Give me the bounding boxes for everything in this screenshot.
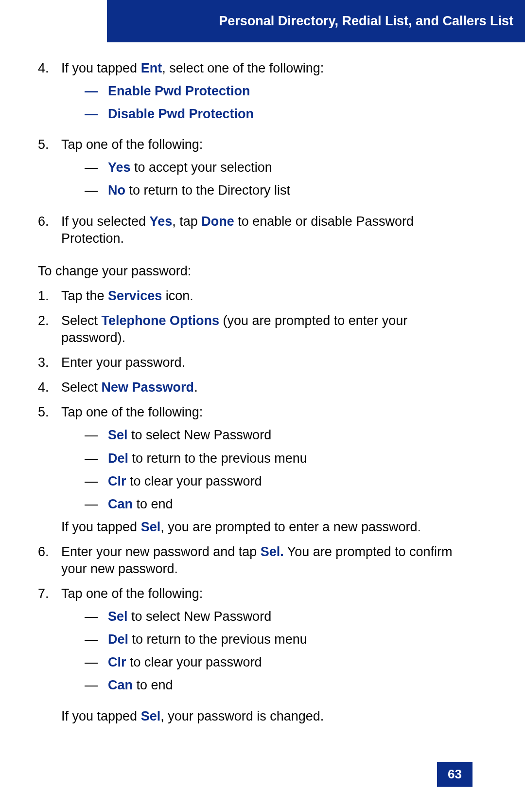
text: If you tapped: [61, 709, 141, 723]
key-yes: Yes: [108, 160, 131, 175]
step-3: 3. Enter your password.: [38, 354, 472, 371]
option-del: —Del to return to the previous menu: [85, 450, 472, 467]
dash-icon: —: [85, 496, 108, 513]
text: to end: [133, 497, 173, 511]
text: icon.: [162, 289, 193, 303]
option-clr: —Clr to clear your password: [85, 654, 472, 671]
section-header: Personal Directory, Redial List, and Cal…: [107, 0, 525, 42]
text: If you tapped: [61, 61, 141, 75]
key-sel: Sel: [108, 428, 128, 442]
text: to accept your selection: [131, 160, 272, 175]
step-5b: 5. Tap one of the following: —Sel to sel…: [38, 404, 472, 536]
sub-options: —Sel to select New Password —Del to retu…: [85, 608, 472, 694]
key-new-password: New Password: [102, 380, 194, 395]
dash-icon: —: [85, 450, 108, 467]
key-can: Can: [108, 678, 133, 692]
dash-icon: —: [85, 473, 108, 490]
step-number: 3.: [38, 354, 61, 371]
step-6: 6. If you selected Yes, tap Done to enab…: [38, 213, 472, 247]
step-number: 1.: [38, 288, 61, 305]
step-6b: 6. Enter your new password and tap Sel. …: [38, 543, 472, 577]
dash-icon: —: [85, 631, 108, 648]
text: Tap one of the following:: [61, 405, 203, 419]
key-del: Del: [108, 632, 128, 647]
key-sel: Sel: [108, 609, 128, 624]
page-content: 4. If you tapped Ent, select one of the …: [0, 42, 525, 725]
text: to end: [133, 678, 173, 692]
option-disable-pwd: — Disable Pwd Protection: [85, 106, 472, 123]
text: , tap: [172, 214, 201, 229]
option-sel: —Sel to select New Password: [85, 427, 472, 444]
text: Tap one of the following:: [61, 586, 203, 601]
text: to return to the previous menu: [128, 451, 307, 466]
step-4: 4. If you tapped Ent, select one of the …: [38, 60, 472, 128]
text: to clear your password: [126, 655, 262, 669]
key-ent: Ent: [141, 61, 162, 75]
text: , select one of the following:: [162, 61, 324, 75]
step-number: 2.: [38, 312, 61, 346]
step-1: 1. Tap the Services icon.: [38, 288, 472, 305]
section-intro: To change your password:: [38, 263, 472, 280]
text: .: [194, 380, 198, 395]
option-can: —Can to end: [85, 677, 472, 694]
sub-options: — Yes to accept your selection — No to r…: [85, 159, 472, 199]
dash-icon: —: [85, 427, 108, 444]
step-7: 7. Tap one of the following: —Sel to sel…: [38, 585, 472, 725]
instruction-list-2: 1. Tap the Services icon. 2. Select Tele…: [38, 288, 472, 725]
key-clr: Clr: [108, 655, 126, 669]
instruction-list-1: 4. If you tapped Ent, select one of the …: [38, 60, 472, 247]
dash-icon: —: [85, 83, 108, 100]
step-5: 5. Tap one of the following: — Yes to ac…: [38, 136, 472, 205]
text: to return to the Directory list: [125, 183, 290, 198]
dash-icon: —: [85, 182, 108, 199]
dash-icon: —: [85, 608, 108, 625]
step-number: 7.: [38, 585, 61, 725]
step-number: 4.: [38, 60, 61, 128]
text: Select: [61, 313, 102, 328]
text: Tap the: [61, 289, 108, 303]
step-4b: 4. Select New Password.: [38, 379, 472, 396]
key-no: No: [108, 183, 125, 198]
dash-icon: —: [85, 106, 108, 123]
dash-icon: —: [85, 654, 108, 671]
option-can: —Can to end: [85, 496, 472, 513]
key-clr: Clr: [108, 474, 126, 488]
key-done: Done: [201, 214, 234, 229]
text: to clear your password: [126, 474, 262, 488]
text: to select New Password: [128, 609, 272, 624]
text: , you are prompted to enter a new passwo…: [160, 520, 421, 534]
option-no: — No to return to the Directory list: [85, 182, 472, 199]
option-sel: —Sel to select New Password: [85, 608, 472, 625]
key-can: Can: [108, 497, 133, 511]
option-enable-pwd: — Enable Pwd Protection: [85, 83, 472, 100]
text: Tap one of the following:: [61, 137, 203, 152]
text: Enter your new password and tap: [61, 544, 261, 559]
text: to select New Password: [128, 428, 272, 442]
key-del: Del: [108, 451, 128, 466]
option-del: —Del to return to the previous menu: [85, 631, 472, 648]
step-number: 5.: [38, 136, 61, 205]
step-number: 6.: [38, 213, 61, 247]
page-number: 63: [437, 762, 472, 787]
dash-icon: —: [85, 677, 108, 694]
key-sel: Sel.: [261, 544, 284, 559]
option-label: Enable Pwd Protection: [108, 83, 472, 100]
key-yes: Yes: [150, 214, 173, 229]
text: to return to the previous menu: [128, 632, 307, 647]
sub-options: —Sel to select New Password —Del to retu…: [85, 427, 472, 512]
key-sel: Sel: [141, 709, 161, 723]
text: , your password is changed.: [160, 709, 324, 723]
text: Select: [61, 380, 102, 395]
key-telephone-options: Telephone Options: [102, 313, 220, 328]
option-yes: — Yes to accept your selection: [85, 159, 472, 176]
step-number: 4.: [38, 379, 61, 396]
key-sel: Sel: [141, 520, 161, 534]
sub-options: — Enable Pwd Protection — Disable Pwd Pr…: [85, 83, 472, 123]
step-2: 2. Select Telephone Options (you are pro…: [38, 312, 472, 346]
option-clr: —Clr to clear your password: [85, 473, 472, 490]
option-label: Disable Pwd Protection: [108, 106, 472, 123]
text: If you tapped: [61, 520, 141, 534]
text: If you selected: [61, 214, 150, 229]
key-services: Services: [108, 289, 162, 303]
step-number: 6.: [38, 543, 61, 577]
